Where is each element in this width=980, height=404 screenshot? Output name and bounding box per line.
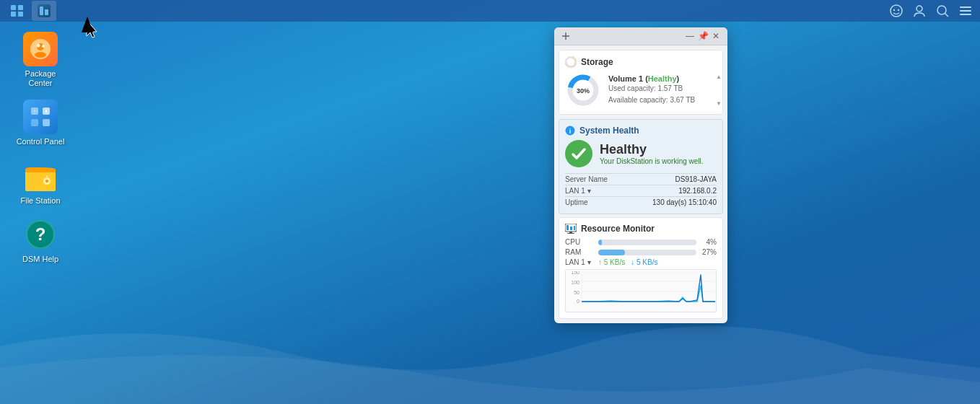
resource-title: Resource Monitor: [565, 224, 717, 234]
list-icon[interactable]: [957, 2, 974, 19]
ram-bar-bg: [598, 250, 696, 255]
svg-point-16: [42, 45, 45, 48]
cpu-bar-fill: [598, 240, 602, 245]
resource-section: Resource Monitor CPU 4% RAM 27% LAN 1 ▾ …: [559, 217, 723, 319]
lan-row: LAN 1 ▾ ↑ 5 KB/s ↓ 5 KB/s: [565, 258, 717, 266]
health-section: i System Health Healthy Your DiskStation…: [559, 119, 723, 214]
dsm-help-label: DSM Help: [22, 255, 58, 264]
control-panel-label: Control Panel: [17, 137, 65, 146]
health-row-server: Server Name DS918-JAYA: [565, 173, 717, 185]
svg-point-14: [35, 52, 46, 58]
widget-controls: — 📌 ✕: [684, 30, 722, 42]
scroll-down-arrow: ▼: [716, 100, 722, 107]
apps-grid-icon: [11, 5, 24, 17]
widget-panel: — 📌 ✕ Storage 30% Volume 1 (: [554, 27, 727, 323]
lan-download-speed: ↓ 5 KB/s: [631, 258, 657, 266]
package-center-label: Package Center: [25, 69, 56, 88]
health-description: Your DiskStation is working well.: [600, 157, 704, 165]
storage-info: Volume 1 (Healthy) Used capacity: 1.57 T…: [608, 74, 717, 106]
file-station-icon: [23, 159, 58, 193]
lan-upload-speed: ↑ 5 KB/s: [598, 258, 625, 266]
user-icon[interactable]: [911, 2, 928, 19]
svg-text:50: 50: [574, 290, 579, 295]
health-title-text: System Health: [579, 126, 639, 136]
used-value: 1.57 TB: [657, 84, 683, 92]
lan-label: LAN 1 ▾: [565, 187, 591, 195]
package-center-icon: [23, 32, 58, 66]
svg-point-2: [891, 5, 902, 17]
grid-dot-1: [11, 5, 16, 10]
desktop-icons: Package Center Control Panel: [12, 29, 69, 267]
scroll-indicator: ▲ ▼: [717, 72, 721, 108]
svg-point-15: [37, 44, 40, 48]
scroll-up-arrow: ▲: [716, 74, 722, 80]
svg-text:150: 150: [571, 271, 579, 275]
volume-status: Healthy: [648, 74, 677, 83]
volume-name-text: Volume 1 (: [608, 74, 648, 83]
taskbar-active-app[interactable]: [32, 1, 56, 21]
widget-add-button[interactable]: [560, 30, 572, 42]
grid-dot-2: [18, 5, 23, 10]
health-title: i System Health: [565, 126, 717, 136]
svg-point-4: [898, 9, 899, 11]
resource-row-cpu: CPU 4%: [565, 238, 717, 246]
storage-icon: [565, 56, 577, 68]
svg-rect-8: [960, 6, 971, 8]
avail-label: Available capacity:: [608, 96, 668, 104]
svg-point-5: [916, 6, 922, 12]
svg-rect-18: [31, 119, 38, 126]
storage-donut-chart: 30%: [565, 72, 601, 108]
desktop-icon-control-panel[interactable]: Control Panel: [12, 97, 69, 149]
background-wave: [0, 260, 980, 404]
volume-name: Volume 1 (Healthy): [608, 74, 717, 83]
used-label: Used capacity:: [608, 84, 656, 92]
svg-rect-9: [960, 10, 971, 12]
storage-detail: Used capacity: 1.57 TB Available capacit…: [608, 83, 717, 106]
svg-rect-40: [566, 225, 569, 230]
apps-menu-button[interactable]: [6, 1, 29, 21]
health-row-lan: LAN 1 ▾ 192.168.0.2: [565, 185, 717, 196]
taskbar: [0, 0, 980, 22]
resource-chart-svg: 150 100 50 0: [567, 271, 715, 307]
health-info-icon: i: [565, 126, 575, 136]
health-content: Healthy Your DiskStation is working well…: [565, 140, 717, 167]
widget-minimize-button[interactable]: —: [684, 30, 696, 42]
taskbar-right: [888, 2, 974, 19]
storage-title-text: Storage: [581, 57, 613, 67]
volume-close: ): [677, 74, 680, 83]
control-panel-icon: [23, 100, 58, 134]
resource-monitor-icon: [565, 224, 577, 234]
widget-header: — 📌 ✕: [554, 27, 727, 45]
desktop-icon-package-center[interactable]: Package Center: [12, 29, 69, 91]
svg-rect-41: [570, 227, 572, 230]
cpu-bar-bg: [598, 240, 696, 245]
search-icon[interactable]: [934, 2, 951, 19]
svg-line-7: [945, 14, 949, 17]
svg-rect-39: [567, 233, 574, 234]
health-status-text: Healthy: [600, 142, 704, 157]
lan-speed-label: LAN 1 ▾: [565, 258, 594, 266]
svg-text:0: 0: [577, 299, 579, 304]
resource-row-ram: RAM 27%: [565, 248, 717, 256]
grid-dot-3: [11, 12, 16, 17]
health-details: Server Name DS918-JAYA LAN 1 ▾ 192.168.0…: [565, 173, 717, 208]
svg-rect-1: [45, 9, 48, 15]
svg-rect-42: [574, 226, 575, 230]
desktop-icon-dsm-help[interactable]: ? DSM Help: [12, 214, 69, 267]
chat-icon[interactable]: [888, 2, 905, 19]
resource-title-text: Resource Monitor: [581, 224, 655, 234]
ram-percent: 27%: [701, 248, 717, 256]
svg-point-25: [45, 180, 48, 183]
grid-dot-4: [18, 12, 23, 17]
desktop-icon-file-station[interactable]: File Station: [12, 156, 69, 208]
widget-close-button[interactable]: ✕: [710, 30, 722, 42]
svg-point-3: [893, 9, 895, 11]
svg-text:i: i: [569, 128, 572, 135]
uptime-value: 130 day(s) 15:10:40: [652, 198, 717, 206]
svg-rect-20: [43, 119, 50, 126]
server-name-value: DS918-JAYA: [675, 175, 717, 183]
svg-rect-38: [569, 232, 572, 233]
dsm-help-icon: ?: [23, 217, 58, 252]
widget-pin-button[interactable]: 📌: [697, 30, 709, 42]
ram-bar-fill: [598, 250, 625, 255]
